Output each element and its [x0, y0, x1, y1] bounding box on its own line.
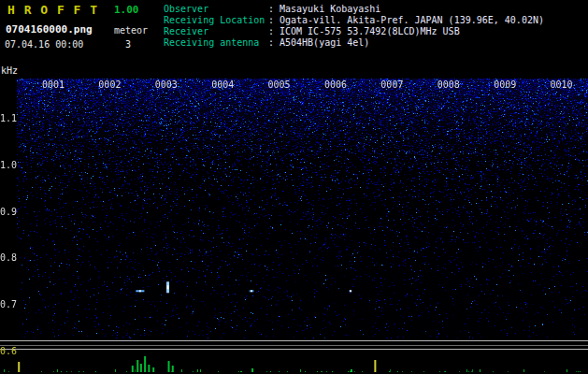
app-version-label: 1.00 — [114, 4, 139, 16]
freq-tick-label: 1.1 — [0, 114, 15, 123]
level-strip-canvas — [0, 338, 588, 374]
info-separator: : — [268, 26, 280, 37]
observation-datetime-label: 07.04.16 00:00 — [5, 39, 83, 50]
info-value: ICOM IC-575 53.7492(8LCD)MHz USB — [280, 26, 544, 37]
echo-count-label: 3 — [125, 39, 131, 50]
info-value: Ogata-vill. Akita-Pref. JAPAN (139.96E, … — [280, 15, 544, 26]
info-value: Masayuki Kobayashi — [280, 4, 544, 15]
output-filename-label: 0704160000.png — [6, 23, 93, 36]
info-row: Observer:Masayuki Kobayashi — [164, 4, 544, 15]
info-row: Receiving Location:Ogata-vill. Akita-Pre… — [164, 15, 544, 26]
info-separator: : — [268, 4, 280, 15]
spectrogram-canvas — [17, 79, 588, 338]
info-label: Observer — [164, 4, 268, 15]
info-row: Receiver:ICOM IC-575 53.7492(8LCD)MHz US… — [164, 26, 544, 37]
info-separator: : — [268, 37, 280, 49]
freq-tick-label: 0.9 — [0, 208, 15, 217]
app-title: H R O F F T — [7, 3, 98, 17]
info-label: Receiving Location — [164, 15, 268, 26]
freq-tick-label: 0.7 — [0, 300, 15, 309]
info-label: Receiving antenna — [164, 37, 268, 49]
info-separator: : — [268, 15, 280, 26]
freq-tick-label: 1.0 — [0, 161, 15, 170]
info-value: A504HB(yagi 4el) — [280, 37, 544, 49]
receiver-info-block: Observer:Masayuki KobayashiReceiving Loc… — [164, 4, 544, 49]
info-row: Receiving antenna:A504HB(yagi 4el) — [164, 37, 544, 49]
freq-axis-unit-label: kHz — [1, 65, 18, 76]
freq-tick-label: 0.8 — [0, 253, 15, 263]
hrofft-output-screen: H R O F F T 1.00 0704160000.png meteor 0… — [0, 0, 588, 374]
mode-label: meteor — [114, 25, 148, 36]
info-label: Receiver — [164, 26, 268, 37]
